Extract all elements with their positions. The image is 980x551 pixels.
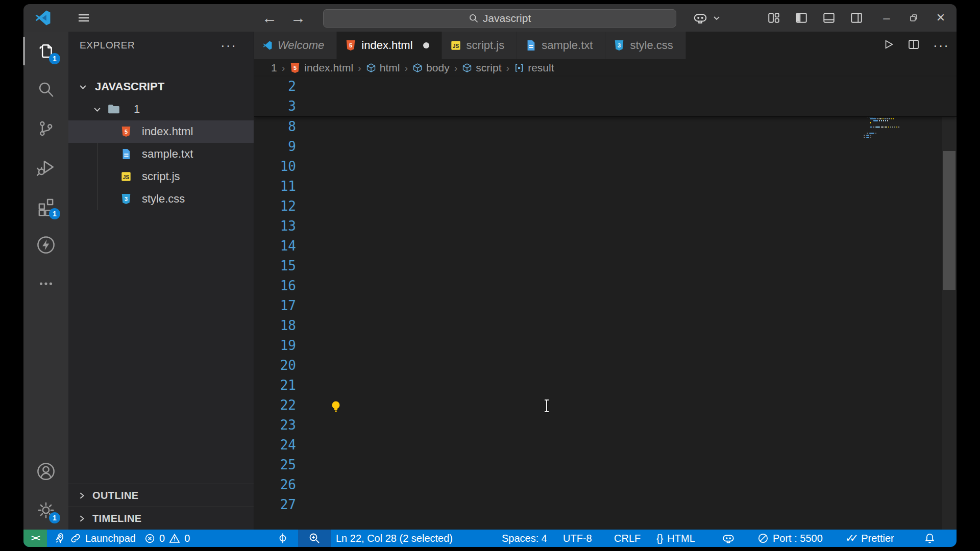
window-close-icon[interactable]: ✕ — [929, 4, 952, 32]
activity-item-more[interactable] — [23, 264, 68, 303]
problems-item[interactable]: 0 0 — [144, 530, 190, 547]
remote-indicator[interactable]: >< — [23, 530, 47, 547]
outline-panel-header[interactable]: OUTLINE — [68, 484, 254, 507]
line-number[interactable]: 18 — [254, 316, 326, 336]
code-line-9[interactable]: 9 — [254, 137, 957, 157]
breadcrumb-item-index.html[interactable]: 5index.html — [289, 62, 353, 74]
line-number[interactable]: 14 — [254, 236, 326, 256]
copilot-icon[interactable] — [690, 4, 710, 32]
activity-item-source-control[interactable] — [23, 109, 68, 148]
explorer-item-style.css[interactable]: 3style.css — [68, 188, 254, 210]
toggle-primary-sidebar-icon[interactable] — [790, 4, 813, 32]
chevron-down-icon[interactable] — [710, 4, 723, 32]
run-preview-icon[interactable] — [883, 39, 894, 52]
code-line-2[interactable]: 2 — [254, 77, 957, 96]
tab-script.js[interactable]: JSscript.js — [442, 32, 518, 59]
line-number[interactable]: 11 — [254, 177, 326, 196]
screencast-target-icon[interactable] — [277, 530, 288, 547]
activity-item-run-debug[interactable] — [23, 148, 68, 187]
encoding-item[interactable]: UTF-8 — [563, 530, 592, 547]
activity-item-settings[interactable]: 1 — [23, 491, 68, 530]
sidebar-more-actions-icon[interactable]: ··· — [220, 38, 237, 54]
indentation-item[interactable]: Spaces: 4 — [502, 530, 547, 547]
menu-hamburger-icon[interactable] — [72, 4, 95, 32]
activity-item-thunder-client[interactable] — [23, 226, 68, 264]
activity-item-explorer[interactable]: 1 — [23, 32, 68, 70]
nav-forward-icon[interactable]: → — [287, 4, 309, 32]
tab-sample.txt[interactable]: sample.txt — [517, 32, 605, 59]
split-editor-icon[interactable] — [908, 38, 920, 53]
code-line-26[interactable]: 26 — [254, 475, 957, 495]
code-line-15[interactable]: 15 — [254, 256, 957, 276]
code-line-17[interactable]: 17 — [254, 296, 957, 316]
line-number[interactable]: 20 — [254, 356, 326, 375]
code-line-13[interactable]: 13 — [254, 216, 957, 236]
line-number[interactable]: 15 — [254, 256, 326, 276]
zoom-indicator[interactable] — [298, 530, 331, 547]
code-line-20[interactable]: 20 — [254, 356, 957, 375]
explorer-item-index.html[interactable]: 5index.html — [68, 120, 254, 143]
code-editor[interactable]: 1›5index.html›html›body›script›result 23… — [254, 59, 957, 530]
line-number[interactable]: 27 — [254, 495, 326, 515]
prettier-item[interactable]: ✓✓ Prettier — [845, 530, 894, 547]
line-number[interactable]: 12 — [254, 196, 326, 216]
toggle-secondary-sidebar-icon[interactable] — [845, 4, 868, 32]
tab-Welcome[interactable]: Welcome — [254, 32, 337, 59]
breadcrumb-item-body[interactable]: body — [412, 62, 450, 74]
code-line-27[interactable]: 27 — [254, 495, 957, 515]
line-number[interactable]: 23 — [254, 415, 326, 435]
line-number[interactable]: 9 — [254, 137, 326, 157]
code-line-19[interactable]: 19 — [254, 336, 957, 356]
breadcrumb-item-result[interactable]: result — [514, 62, 554, 74]
command-center-search[interactable]: Javascript — [323, 9, 676, 28]
code-line-24[interactable]: 24 — [254, 435, 957, 455]
explorer-item-1[interactable]: 1 — [68, 98, 254, 120]
live-server-port-item[interactable]: Port : 5500 — [757, 530, 823, 547]
editor-scrollbar[interactable] — [942, 78, 957, 530]
scrollbar-thumb[interactable] — [943, 151, 955, 290]
line-number[interactable]: 25 — [254, 455, 326, 475]
code-line-11[interactable]: 11 — [254, 177, 957, 196]
timeline-panel-header[interactable]: TIMELINE — [68, 507, 254, 530]
code-line-16[interactable]: 16 — [254, 276, 957, 296]
code-line-10[interactable]: 10 — [254, 157, 957, 177]
code-line-21[interactable]: 21 — [254, 375, 957, 395]
nav-back-icon[interactable]: ← — [258, 4, 281, 32]
line-number[interactable]: 2 — [254, 77, 326, 96]
breadcrumb-item-1[interactable]: 1 — [271, 62, 277, 74]
explorer-item-script.js[interactable]: JSscript.js — [68, 165, 254, 188]
line-number[interactable]: 22 — [254, 395, 326, 415]
line-number[interactable]: 19 — [254, 336, 326, 356]
breadcrumb-item-html[interactable]: html — [366, 62, 400, 74]
line-number[interactable]: 26 — [254, 475, 326, 495]
explorer-item-sample.txt[interactable]: sample.txt — [68, 143, 254, 165]
activity-item-account[interactable] — [23, 452, 68, 491]
line-number[interactable]: 21 — [254, 375, 326, 395]
line-number[interactable]: 8 — [254, 117, 326, 137]
window-minimize-icon[interactable]: – — [875, 4, 898, 32]
code-line-22[interactable]: 22 — [254, 395, 957, 415]
code-line-14[interactable]: 14 — [254, 236, 957, 256]
line-number[interactable]: 13 — [254, 216, 326, 236]
tab-index.html[interactable]: 5index.html — [337, 32, 442, 59]
tab-style.css[interactable]: 3style.css — [605, 32, 685, 59]
line-number[interactable]: 3 — [254, 96, 326, 116]
language-mode-item[interactable]: {} HTML — [656, 530, 695, 547]
eol-item[interactable]: CRLF — [614, 530, 641, 547]
line-number[interactable]: 24 — [254, 435, 326, 455]
code-line-3[interactable]: 3 — [254, 96, 957, 116]
code-line-18[interactable]: 18 — [254, 316, 957, 336]
code-line-25[interactable]: 25 — [254, 455, 957, 475]
breadcrumb-item-script[interactable]: script — [462, 62, 501, 74]
activity-item-search[interactable] — [23, 70, 68, 109]
line-number[interactable]: 17 — [254, 296, 326, 316]
copilot-status-icon[interactable] — [722, 530, 735, 547]
activity-item-extensions[interactable]: 1 — [23, 187, 68, 226]
explorer-workspace-row[interactable]: JAVASCRIPT — [68, 76, 254, 98]
code-line-12[interactable]: 12 — [254, 196, 957, 216]
cursor-position[interactable]: Ln 22, Col 28 (2 selected) — [336, 530, 453, 547]
line-number[interactable]: 16 — [254, 276, 326, 296]
notifications-bell-icon[interactable] — [924, 530, 936, 547]
window-restore-icon[interactable] — [902, 4, 925, 32]
line-number[interactable]: 10 — [254, 157, 326, 177]
